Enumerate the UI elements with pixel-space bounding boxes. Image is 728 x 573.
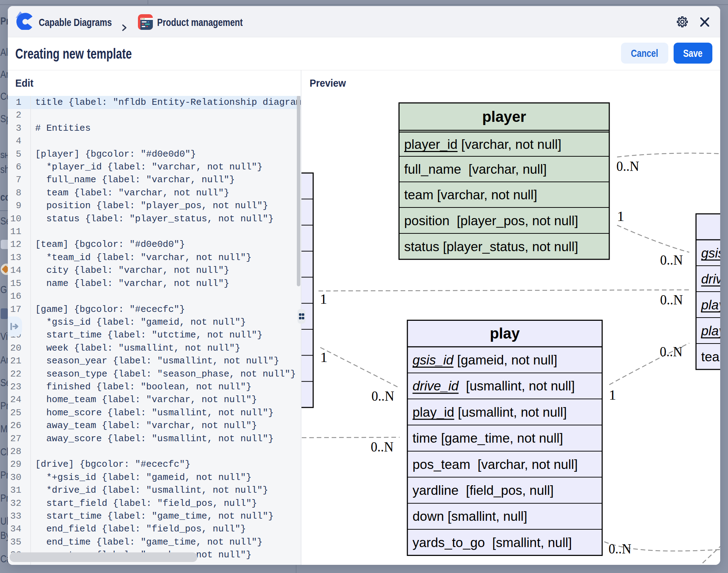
svg-text:yardline [field_pos, null]: yardline [field_pos, null]	[413, 483, 554, 498]
svg-text:1: 1	[609, 386, 616, 403]
svg-text:down [smallint, null]: down [smallint, null]	[413, 509, 528, 524]
svg-text:0..N: 0..N	[616, 158, 639, 174]
svg-text:player: player	[482, 108, 526, 125]
svg-text:drive_id [usmallint, not null: drive_id [usmallint, not null]	[413, 379, 575, 393]
svg-text:0..N: 0..N	[660, 252, 683, 268]
svg-text:0..N: 0..N	[371, 388, 394, 404]
svg-text:time [game_time, not null]: time [game_time, not null]	[413, 431, 563, 445]
svg-text:gsis_id: gsis_id	[701, 246, 721, 260]
svg-text:drive_id: drive_id	[701, 272, 721, 286]
svg-text:team [varchar, not null]: team [varchar, not null]	[404, 188, 537, 202]
svg-text:play: play	[490, 325, 520, 342]
svg-text:0..N: 0..N	[371, 438, 394, 455]
svg-text:1: 1	[617, 208, 625, 224]
svg-text:pos_team [varchar, not null]: pos_team [varchar, not null]	[413, 457, 578, 472]
svg-text:0..N: 0..N	[660, 291, 683, 308]
svg-text:full_name [varchar, null]: full_name [varchar, null]	[404, 162, 547, 177]
svg-text:play_id: play_id	[701, 298, 721, 312]
svg-text:team: team	[701, 350, 721, 364]
svg-text:position [player_pos, not nul: position [player_pos, not null]	[404, 213, 578, 228]
svg-text:status [player_status, not nul: status [player_status, not null]	[404, 239, 578, 254]
svg-text:0..N: 0..N	[660, 343, 682, 360]
svg-text:gsis_id [gameid, not null]: gsis_id [gameid, not null]	[413, 353, 557, 367]
svg-text:1: 1	[320, 349, 328, 365]
svg-text:play_id [usmallint, not null]: play_id [usmallint, not null]	[413, 405, 567, 420]
svg-text:player_id: player_id	[701, 324, 721, 338]
svg-text:player_id [varchar, not null]: player_id [varchar, not null]	[404, 137, 561, 152]
svg-text:0..N: 0..N	[609, 540, 631, 557]
svg-text:yards_to_go [smallint, null]: yards_to_go [smallint, null]	[413, 535, 572, 550]
svg-text:1: 1	[320, 291, 327, 307]
